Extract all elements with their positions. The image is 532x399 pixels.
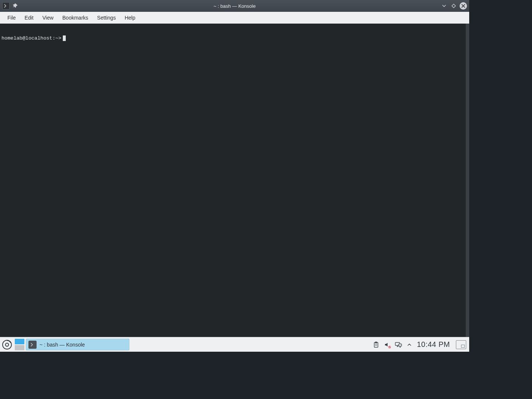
volume-muted-icon[interactable]: [383, 341, 391, 348]
window-titlebar: ~ : bash — Konsole: [0, 0, 469, 12]
window-title: ~ : bash — Konsole: [0, 3, 469, 9]
tray-expand-icon[interactable]: [406, 341, 413, 348]
prompt-line: homelab@localhost:~>: [1, 35, 464, 41]
terminal-cursor: [63, 35, 66, 41]
show-desktop-button[interactable]: [456, 340, 466, 349]
terminal-scrollbar[interactable]: [466, 24, 469, 337]
start-button[interactable]: [0, 337, 14, 352]
menu-bookmarks[interactable]: Bookmarks: [58, 13, 93, 22]
minimize-button[interactable]: [440, 2, 448, 10]
pager-desktop-1[interactable]: [15, 339, 24, 344]
menu-view[interactable]: View: [38, 13, 58, 22]
network-icon[interactable]: [395, 341, 402, 348]
menubar: File Edit View Bookmarks Settings Help: [0, 12, 469, 24]
menu-settings[interactable]: Settings: [93, 13, 120, 22]
taskbar-entry-konsole[interactable]: ~ : bash — Konsole: [26, 339, 129, 350]
svg-point-1: [6, 343, 8, 346]
shell-prompt: homelab@localhost:~>: [1, 35, 61, 41]
titlebar-left: [2, 2, 18, 10]
virtual-desktop-pager[interactable]: [14, 337, 25, 352]
maximize-button[interactable]: [450, 2, 457, 10]
pin-icon[interactable]: [13, 3, 18, 9]
svg-rect-5: [399, 344, 402, 346]
taskbar-entry-label: ~ : bash — Konsole: [40, 342, 85, 348]
taskbar-clock[interactable]: 10:44 PM: [417, 340, 450, 349]
close-button[interactable]: [460, 2, 467, 10]
menu-file[interactable]: File: [3, 13, 20, 22]
system-tray: 10:44 PM: [369, 337, 469, 352]
terminal-area: homelab@localhost:~>: [0, 24, 469, 337]
konsole-app-icon: [2, 2, 10, 10]
menu-help[interactable]: Help: [120, 13, 140, 22]
konsole-task-icon: [28, 341, 37, 349]
menu-edit[interactable]: Edit: [20, 13, 38, 22]
taskbar: ~ : bash — Konsole 10:44 PM: [0, 337, 469, 352]
window-controls: [440, 2, 467, 10]
pager-desktop-2[interactable]: [15, 345, 24, 351]
terminal[interactable]: homelab@localhost:~>: [0, 24, 466, 337]
clipboard-icon[interactable]: [372, 341, 380, 348]
